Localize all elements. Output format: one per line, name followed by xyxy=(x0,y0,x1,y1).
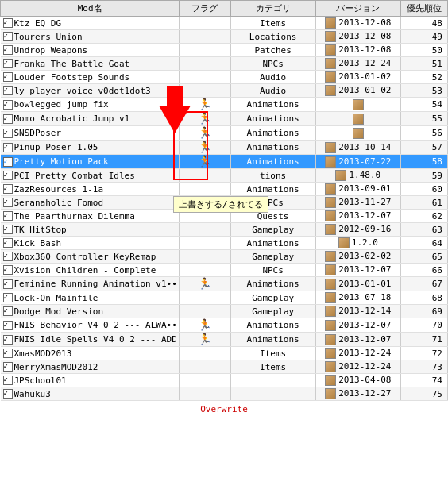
mod-version-cell: 2013-07-18 xyxy=(315,291,400,305)
table-row[interactable]: Pretty Motion Pack🏃Animations2013-07-225… xyxy=(1,155,448,169)
mod-checkbox[interactable] xyxy=(3,18,13,28)
header-version[interactable]: バージョン xyxy=(315,1,400,17)
header-name[interactable]: Mod名 xyxy=(1,1,180,17)
table-row[interactable]: Lock-On MainfileGameplay2013-07-1868 xyxy=(1,291,448,305)
version-text: 2013-01-02 xyxy=(338,71,391,82)
mod-checkbox[interactable] xyxy=(3,306,13,316)
table-row[interactable]: JPSchool012013-04-0874 xyxy=(1,374,448,387)
header-flag[interactable]: フラグ xyxy=(180,1,230,17)
table-row[interactable]: Undrop WeaponsPatches2013-12-0850 xyxy=(1,44,448,57)
table-row[interactable]: TK HitStopGameplay2012-09-1663 xyxy=(1,223,448,237)
table-row[interactable]: Xvision Children - CompleteNPCs2013-12-0… xyxy=(1,264,448,277)
mod-checkbox[interactable] xyxy=(3,376,13,385)
mod-checkbox[interactable] xyxy=(3,349,13,358)
mod-category-cell: Animations xyxy=(230,155,315,169)
overwrite-button[interactable]: Overwrite xyxy=(0,401,448,418)
mod-checkbox[interactable] xyxy=(3,114,13,124)
mod-checkbox[interactable] xyxy=(3,198,13,207)
table-row[interactable]: Pinup Poser 1.05🏃Animations2013-10-1457 xyxy=(1,141,448,155)
mod-checkbox[interactable] xyxy=(3,143,13,152)
animation-person-icon: 🏃 xyxy=(198,156,211,167)
mod-flag-cell xyxy=(180,57,230,71)
mod-name-cell: Seranaholic Fomod xyxy=(1,196,180,210)
mod-name-cell: bowlegged jump fix xyxy=(1,98,180,112)
table-row[interactable]: PCI Pretty Combat Idlestions1.48.059 xyxy=(1,169,448,183)
mod-order-cell: 73 xyxy=(400,360,447,374)
table-row[interactable]: FNIS Behavior V4 0 2 --- ALWA•••🏃Animati… xyxy=(1,318,448,333)
version-icon xyxy=(353,114,364,125)
version-text: 2013-12-07 xyxy=(338,334,391,345)
mod-checkbox[interactable] xyxy=(3,157,13,167)
mod-checkbox[interactable] xyxy=(3,252,13,261)
mod-checkbox[interactable] xyxy=(3,129,13,138)
mod-checkbox[interactable] xyxy=(3,225,13,234)
animation-person-icon: 🏃 xyxy=(198,319,211,330)
mod-order-cell: 62 xyxy=(400,210,447,223)
mod-name-cell: Momo Acrobatic Jump v1 xyxy=(1,112,180,126)
mod-checkbox[interactable] xyxy=(3,293,13,302)
table-row[interactable]: Feminine Running Animation v1•••🏃Animati… xyxy=(1,277,448,291)
mod-name-label: Momo Acrobatic Jump v1 xyxy=(14,114,130,124)
mod-flag-cell xyxy=(180,250,230,264)
version-icon xyxy=(325,361,336,372)
mod-name-label: Pinup Poser 1.05 xyxy=(14,142,98,152)
mod-name-label: Undrop Weapons xyxy=(14,45,88,56)
mod-checkbox[interactable] xyxy=(3,321,13,330)
header-order[interactable]: 優先順位 xyxy=(400,1,447,17)
table-row[interactable]: Tourers UnionLocations2013-12-0849 xyxy=(1,30,448,44)
table-row[interactable]: Franka The Battle GoatNPCs2013-12-2451 xyxy=(1,57,448,71)
version-text: 2013-12-08 xyxy=(338,44,391,55)
table-row[interactable]: Louder Footstep SoundsAudio2013-01-0252 xyxy=(1,71,448,84)
table-row[interactable]: Kick BashAnimations1.2.064 xyxy=(1,237,448,250)
mod-checkbox[interactable] xyxy=(3,265,13,275)
mod-checkbox[interactable] xyxy=(3,211,13,221)
mod-version-cell: 2013-12-08 xyxy=(315,17,400,30)
mod-order-cell: 58 xyxy=(400,155,447,169)
mod-name-cell: Lock-On Mainfile xyxy=(1,291,180,305)
mod-checkbox[interactable] xyxy=(3,45,13,55)
mod-category-cell: Animations xyxy=(230,318,315,333)
mod-category-cell xyxy=(230,374,315,387)
mod-checkbox[interactable] xyxy=(3,72,13,82)
mod-flag-cell: 🏃 xyxy=(180,155,230,169)
mod-checkbox[interactable] xyxy=(3,279,13,289)
table-row[interactable]: Momo Acrobatic Jump v1🏃Animations55 xyxy=(1,112,448,126)
table-row[interactable]: ZazResources 1-1aAnimations2013-09-0160 xyxy=(1,183,448,196)
mod-version-cell: 2013-12-08 xyxy=(315,44,400,57)
table-row[interactable]: Ktz EQ DGItems2013-12-0848 xyxy=(1,17,448,30)
version-text: 2013-07-18 xyxy=(338,292,391,302)
mod-checkbox[interactable] xyxy=(3,100,13,110)
table-row[interactable]: XmasMOD2013Items2013-12-2472 xyxy=(1,347,448,360)
mod-flag-cell: 🏃 xyxy=(180,141,230,155)
version-text: 2013-12-24 xyxy=(338,348,391,358)
mod-version-cell: 2013-04-08 xyxy=(315,374,400,387)
mod-checkbox[interactable] xyxy=(3,238,13,248)
table-row[interactable]: bowlegged jump fix🏃Animations54 xyxy=(1,98,448,112)
mod-checkbox[interactable] xyxy=(3,362,13,372)
mod-name-label: Seranaholic Fomod xyxy=(14,198,104,208)
table-row[interactable]: Wahuku32013-12-2775 xyxy=(1,387,448,401)
mod-checkbox[interactable] xyxy=(3,389,13,399)
mod-category-cell: Animations xyxy=(230,333,315,347)
version-text: 2013-09-01 xyxy=(338,183,391,194)
mod-checkbox[interactable] xyxy=(3,184,13,194)
mod-name-cell: TK HitStop xyxy=(1,223,180,237)
mod-order-cell: 65 xyxy=(400,250,447,264)
header-category[interactable]: カテゴリ xyxy=(230,1,315,17)
table-row[interactable]: SNSDPoser🏃Animations56 xyxy=(1,126,448,141)
mod-flag-cell xyxy=(180,374,230,387)
mod-checkbox[interactable] xyxy=(3,32,13,41)
table-row[interactable]: ly player voice v0dot1dot3Audio2013-01-0… xyxy=(1,84,448,98)
mod-checkbox[interactable] xyxy=(3,86,13,95)
mod-name-cell: Pretty Motion Pack xyxy=(1,155,180,169)
mod-checkbox[interactable] xyxy=(3,171,13,180)
table-row[interactable]: Dodge Mod VersionGameplay2013-12-1469 xyxy=(1,305,448,318)
mod-checkbox[interactable] xyxy=(3,59,13,68)
table-row[interactable]: Xbox360 Controller KeyRemapGameplay2013-… xyxy=(1,250,448,264)
table-row[interactable]: MerryXmasMOD2012Items2012-12-2473 xyxy=(1,360,448,374)
mod-flag-cell xyxy=(180,360,230,374)
table-row[interactable]: FNIS Idle Spells V4 0 2 --- ADD•••🏃Anima… xyxy=(1,333,448,347)
mod-flag-cell xyxy=(180,223,230,237)
mod-checkbox[interactable] xyxy=(3,335,13,345)
version-icon xyxy=(325,306,336,317)
